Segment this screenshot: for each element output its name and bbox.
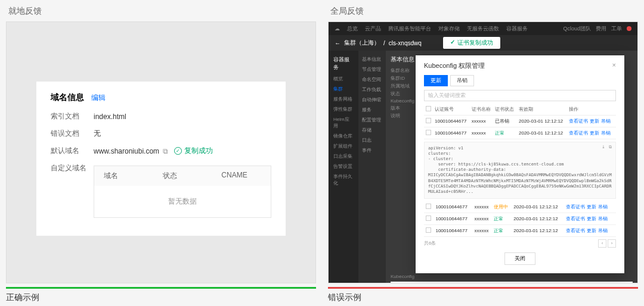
action-revoke[interactable]: 吊销: [601, 130, 611, 136]
action-view[interactable]: 查看证书: [566, 228, 585, 233]
card-title: 域名信息: [51, 92, 84, 103]
th-status: 状态: [153, 166, 212, 186]
cell-name: xxxxxx: [473, 213, 493, 224]
th-domain: 域名: [94, 166, 153, 186]
side2-item-9[interactable]: 事件: [358, 145, 386, 155]
wrong-example-panel: 全局反馈 ☁ 总览 云产品 腾讯服务智能平台 对象存储 无服务云函数 容器服务 …: [328, 6, 638, 303]
action-view[interactable]: 查看证书: [569, 118, 588, 124]
yaml-content-box: ⤓⧉ apiVersion: v1 clusters: - cluster: s…: [424, 142, 616, 199]
cell-status: 正常: [493, 127, 517, 139]
yaml-download-icon[interactable]: ⤓: [602, 145, 605, 150]
cell-date: 2020-03-01 12:12:12: [512, 201, 564, 213]
row-checkbox[interactable]: [426, 130, 431, 135]
side2-item-7[interactable]: 存储: [358, 125, 386, 135]
tab-update[interactable]: 更新: [424, 75, 448, 86]
action-update[interactable]: 更新: [587, 204, 596, 210]
search-input[interactable]: 输入关键词搜索: [424, 90, 616, 101]
action-update[interactable]: 更新: [587, 228, 596, 233]
side2-item-3[interactable]: 工作负载: [358, 85, 386, 95]
primary-sidebar: 容器服务 概览 集群 服务网格 弹性集群 Helm应用 镜像仓库 扩展组件 日志…: [329, 51, 358, 283]
page-prev[interactable]: ‹: [598, 239, 606, 248]
side1-item-2[interactable]: 服务网格: [329, 94, 358, 104]
cell-date: 2020-03-01 12:12:12: [517, 115, 567, 127]
cell-status: 已吊销: [493, 115, 517, 127]
action-revoke[interactable]: 吊销: [601, 118, 611, 124]
side2-item-0[interactable]: 基本信息: [358, 54, 386, 64]
side2-item-8[interactable]: 日志: [358, 135, 386, 145]
notification-icon[interactable]: [627, 26, 631, 31]
side1-item-0[interactable]: 概览: [329, 74, 358, 84]
side2-item-4[interactable]: 自动伸缩: [358, 95, 386, 105]
cell-name: xxxxxx: [470, 115, 494, 127]
topbar-menu4[interactable]: 对象存储: [438, 25, 460, 33]
topbar-menu3[interactable]: 腾讯服务智能平台: [388, 25, 431, 33]
cell-name: xxxxxx: [470, 127, 494, 139]
side1-item-6[interactable]: 扩展组件: [329, 141, 358, 151]
action-revoke[interactable]: 吊销: [598, 216, 608, 221]
side2-item-1[interactable]: 节点管理: [358, 64, 386, 74]
default-domain-value[interactable]: www.sharoniubi.com: [94, 147, 159, 155]
close-button[interactable]: 关闭: [504, 252, 535, 265]
side1-item-3[interactable]: 弹性集群: [329, 104, 358, 114]
custom-domain-label: 自定义域名: [51, 163, 94, 173]
console-screenshot: ☁ 总览 云产品 腾讯服务智能平台 对象存储 无服务云函数 容器服务 Qclou…: [329, 22, 637, 283]
cell-id: 100010644677: [434, 201, 472, 213]
table-row: 100010644677 xxxxxx 正常 2020-03-01 12:12:…: [424, 224, 616, 236]
page-next[interactable]: ›: [608, 239, 616, 248]
topbar-overview[interactable]: 总览: [347, 25, 358, 33]
toast-text: 证书复制成功: [457, 39, 493, 47]
success-toast: ✓ 证书复制成功: [443, 37, 500, 49]
error-doc-value: 无: [94, 129, 101, 139]
cell-date: 2020-03-01 12:12:12: [512, 224, 564, 236]
topbar-products[interactable]: 云产品: [365, 25, 381, 33]
breadcrumb-cluster[interactable]: 集群（上海）: [344, 39, 380, 47]
default-domain-label: 默认域名: [51, 146, 94, 156]
action-update[interactable]: 更新: [587, 216, 596, 221]
logo-icon: ☁: [335, 26, 340, 32]
action-revoke[interactable]: 吊销: [598, 204, 608, 210]
index-doc-value: index.html: [94, 113, 126, 121]
total-count: 共6条: [424, 240, 436, 246]
cell-status: 正常: [492, 224, 512, 236]
side1-item-7[interactable]: 日志采集: [329, 151, 358, 161]
side1-item-4[interactable]: Helm应用: [329, 114, 358, 131]
row-checkbox[interactable]: [426, 227, 431, 233]
modal-title-text: Kubeconfig 权限管理: [424, 61, 485, 70]
action-view[interactable]: 查看证书: [566, 204, 585, 210]
cell-id: 100010644677: [434, 213, 472, 224]
error-doc-label: 错误文档: [51, 129, 94, 139]
edit-link[interactable]: 编辑: [91, 93, 106, 103]
side1-item-5[interactable]: 镜像仓库: [329, 131, 358, 141]
close-icon[interactable]: ×: [612, 61, 616, 70]
side1-item-8[interactable]: 告警设置: [329, 161, 358, 171]
copy-success-text: 复制成功: [184, 146, 213, 156]
action-update[interactable]: 更新: [590, 130, 599, 136]
row-checkbox[interactable]: [426, 204, 431, 209]
index-doc-label: 索引文档: [51, 111, 94, 121]
side2-item-6[interactable]: 配置管理: [358, 115, 386, 125]
topbar-menu6[interactable]: 容器服务: [506, 25, 528, 33]
tab-revoke[interactable]: 吊销: [450, 75, 474, 86]
topbar-cost[interactable]: 费用: [596, 25, 606, 33]
left-footer-label: 正确示例: [6, 292, 39, 302]
back-icon[interactable]: ←: [335, 40, 340, 46]
topbar-ticket[interactable]: 工单: [611, 25, 622, 33]
topbar-menu5[interactable]: 无服务云函数: [467, 25, 499, 33]
select-all-checkbox[interactable]: [426, 106, 431, 111]
side2-item-5[interactable]: 服务: [358, 105, 386, 115]
side2-item-2[interactable]: 命名空间: [358, 74, 386, 85]
copy-icon[interactable]: ⧉: [163, 147, 168, 155]
topbar-team[interactable]: Qcloud团队: [563, 25, 591, 33]
side1-item-1[interactable]: 集群: [329, 84, 358, 94]
row-checkbox[interactable]: [426, 118, 431, 123]
table-row: 100010644677 xxxxxx 正常 2020-03-01 12:12:…: [424, 213, 616, 224]
action-view[interactable]: 查看证书: [569, 130, 588, 136]
row-checkbox[interactable]: [426, 216, 431, 221]
th-expiry: 有效期: [517, 104, 567, 115]
side1-item-9[interactable]: 事件持久化: [329, 171, 358, 188]
yaml-copy-icon[interactable]: ⧉: [609, 145, 612, 150]
secondary-sidebar: 基本信息 节点管理 命名空间 工作负载 自动伸缩 服务 配置管理 存储 日志 事…: [358, 51, 386, 283]
action-view[interactable]: 查看证书: [566, 216, 585, 221]
action-revoke[interactable]: 吊销: [598, 228, 608, 233]
action-update[interactable]: 更新: [590, 118, 599, 124]
